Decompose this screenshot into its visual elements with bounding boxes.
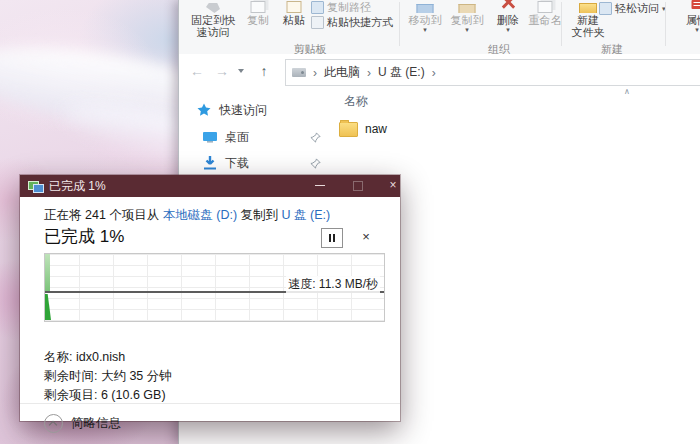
pause-icon xyxy=(333,234,335,242)
paste-shortcut-icon xyxy=(311,16,324,29)
up-button[interactable]: ↑ xyxy=(254,62,274,80)
properties-button[interactable]: 属性 ▾ xyxy=(679,0,700,33)
pause-button[interactable] xyxy=(321,228,343,248)
clipboard-small-buttons: 复制路径 粘贴快捷方式 xyxy=(311,0,393,30)
pin-icon xyxy=(310,132,321,143)
copy-status-line: 正在将 241 个项目从 本地磁盘 (D:) 复制到 U 盘 (E:) xyxy=(44,207,380,224)
forward-button[interactable]: → xyxy=(212,62,232,80)
pin-icon xyxy=(206,3,220,13)
paste-shortcut-button[interactable]: 粘贴快捷方式 xyxy=(311,15,393,30)
sidebar-item-label: 下载 xyxy=(225,155,249,172)
copy-button[interactable]: 复制 xyxy=(241,0,275,26)
screen: 固定到快 速访问 复制 粘贴 复制路径 粘贴快捷方式 xyxy=(0,0,700,444)
maximize-button[interactable] xyxy=(343,175,373,197)
breadcrumb-item-usb-drive[interactable]: U 盘 (E:) xyxy=(378,64,425,81)
pin-to-quick-access-button[interactable]: 固定到快 速访问 xyxy=(185,0,241,38)
source-drive-link[interactable]: 本地磁盘 (D:) xyxy=(163,208,237,222)
rename-icon xyxy=(538,1,553,13)
move-to-icon xyxy=(417,4,434,13)
rename-label: 重命名 xyxy=(526,14,564,26)
rename-button[interactable]: 重命名 xyxy=(526,0,564,26)
footer-divider xyxy=(20,403,400,404)
copy-icon xyxy=(251,1,266,13)
new-folder-icon xyxy=(579,3,597,13)
paste-shortcut-label: 粘贴快捷方式 xyxy=(327,15,393,30)
pin-to-quick-access-label: 速访问 xyxy=(185,26,241,38)
copy-to-button[interactable]: 复制到 ▾ xyxy=(447,0,487,33)
pause-icon xyxy=(329,234,331,242)
progress-heading: 已完成 1% xyxy=(44,225,124,248)
copy-progress-dialog: 已完成 1% × 正在将 241 个项目从 本地磁盘 (D:) 复制到 U 盘 … xyxy=(20,175,400,421)
desktop-icon xyxy=(202,129,218,145)
chevron-down-icon: ▾ xyxy=(447,26,487,33)
speed-history-area xyxy=(45,254,50,291)
sort-ascending-icon: ∧ xyxy=(624,87,630,96)
sidebar-item-label: 桌面 xyxy=(225,129,249,146)
new-folder-label: 文件夹 xyxy=(567,26,609,38)
fewer-details-toggle[interactable]: 简略信息 xyxy=(44,414,121,433)
copy-files-icon xyxy=(28,181,43,192)
recent-locations-dropdown[interactable] xyxy=(238,69,244,73)
sidebar-item-desktop[interactable]: 桌面 xyxy=(179,127,331,147)
easy-access-button[interactable]: 轻松访问 ▾ xyxy=(599,1,666,16)
download-arrow-icon xyxy=(202,155,218,171)
progress-bar-fill xyxy=(45,294,51,320)
easy-access-label: 轻松访问 xyxy=(615,1,659,16)
transfer-details: 名称: idx0.nish 剩余时间: 大约 35 分钟 剩余项目: 6 (10… xyxy=(44,348,172,405)
delete-button[interactable]: 删除 ▾ xyxy=(491,0,525,33)
ribbon-toolbar: 固定到快 速访问 复制 粘贴 复制路径 粘贴快捷方式 xyxy=(179,0,700,55)
destination-drive-link[interactable]: U 盘 (E:) xyxy=(282,208,331,222)
folder-icon xyxy=(339,122,358,137)
detail-time-remaining: 剩余时间: 大约 35 分钟 xyxy=(44,367,172,386)
group-separator xyxy=(399,2,400,46)
status-text: 复制到 xyxy=(237,208,281,222)
paste-icon xyxy=(287,1,302,13)
group-separator xyxy=(665,2,666,46)
speed-label: 速度: 11.3 MB/秒 xyxy=(286,276,380,293)
paste-button[interactable]: 粘贴 xyxy=(277,0,311,26)
address-bar: ← → ↑ › 此电脑 › U 盘 (E:) › xyxy=(179,54,700,89)
chevron-down-icon: ▾ xyxy=(405,26,445,33)
back-button[interactable]: ← xyxy=(187,62,207,80)
dialog-body: 正在将 241 个项目从 本地磁盘 (D:) 复制到 U 盘 (E:) 已完成 … xyxy=(20,197,400,421)
drive-icon xyxy=(292,68,306,77)
fewer-details-label: 简略信息 xyxy=(71,415,121,432)
cancel-copy-button[interactable]: × xyxy=(357,228,375,246)
chevron-down-icon: ▾ xyxy=(491,26,525,33)
move-to-label: 移动到 xyxy=(405,14,445,26)
dialog-title: 已完成 1% xyxy=(49,178,106,195)
detail-file-name: 名称: idx0.nish xyxy=(44,348,172,367)
copy-path-icon xyxy=(311,1,324,14)
pin-to-quick-access-label: 固定到快 xyxy=(185,14,241,26)
chevron-down-icon: ▾ xyxy=(679,26,700,33)
easy-access-icon xyxy=(599,2,612,15)
transfer-speed-chart: 速度: 11.3 MB/秒 xyxy=(44,253,385,322)
breadcrumb-separator-icon: › xyxy=(432,66,436,80)
sidebar-item-downloads[interactable]: 下载 xyxy=(179,153,331,173)
sidebar-item-quick-access[interactable]: 快速访问 xyxy=(179,100,331,120)
group-separator xyxy=(561,2,562,46)
column-header-name[interactable]: 名称 ∧ xyxy=(344,89,700,113)
breadcrumb[interactable]: › 此电脑 › U 盘 (E:) › xyxy=(285,59,700,86)
file-row[interactable]: naw 2020/6/17 11:57 xyxy=(339,118,700,140)
file-name: naw xyxy=(365,122,387,136)
star-icon xyxy=(196,102,212,118)
copy-path-button[interactable]: 复制路径 xyxy=(311,0,393,15)
delete-icon xyxy=(501,0,515,9)
sidebar-item-label: 快速访问 xyxy=(219,102,267,119)
breadcrumb-separator-icon: › xyxy=(367,66,371,80)
dialog-titlebar[interactable]: 已完成 1% × xyxy=(20,175,400,197)
status-text: 正在将 241 个项目从 xyxy=(44,208,163,222)
close-icon[interactable]: × xyxy=(378,175,408,197)
breadcrumb-separator-icon: › xyxy=(313,66,317,80)
move-to-button[interactable]: 移动到 ▾ xyxy=(405,0,445,33)
minimize-button[interactable] xyxy=(305,175,335,197)
paste-label: 粘贴 xyxy=(277,14,311,26)
chevron-up-circle-icon xyxy=(44,414,63,433)
column-header-label: 名称 xyxy=(344,93,368,110)
breadcrumb-item-this-pc[interactable]: 此电脑 xyxy=(324,64,360,81)
properties-icon xyxy=(692,0,700,9)
pin-icon xyxy=(310,158,321,169)
copy-to-label: 复制到 xyxy=(447,14,487,26)
copy-label: 复制 xyxy=(241,14,275,26)
